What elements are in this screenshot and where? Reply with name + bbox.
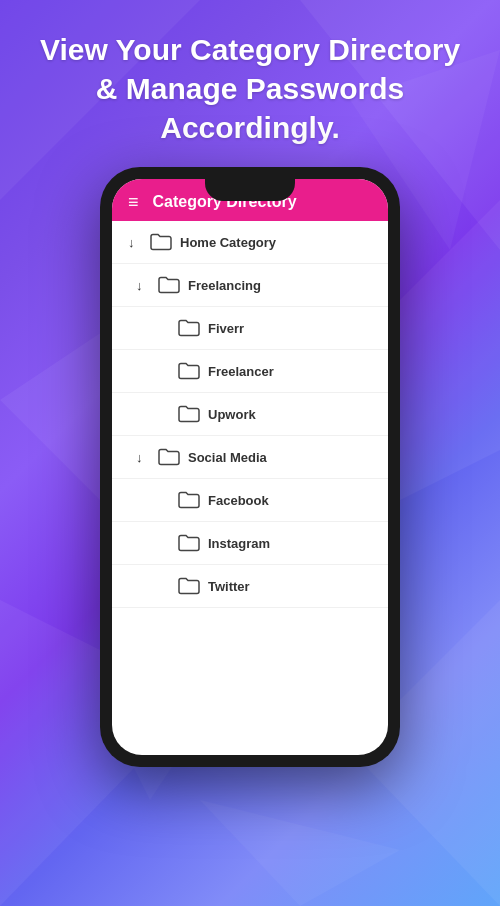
svg-marker-6 (200, 800, 400, 906)
arrow-icon: ↓ (128, 235, 142, 250)
folder-icon (178, 319, 200, 337)
folder-icon (178, 491, 200, 509)
list-item[interactable]: Twitter (112, 565, 388, 608)
folder-icon (178, 405, 200, 423)
item-label: Fiverr (208, 321, 244, 336)
list-item[interactable]: ↓ Home Category (112, 221, 388, 264)
hero-section: View Your Category Directory & Manage Pa… (0, 0, 500, 167)
item-label: Facebook (208, 493, 269, 508)
folder-icon (178, 534, 200, 552)
list-item[interactable]: Fiverr (112, 307, 388, 350)
list-item[interactable]: Upwork (112, 393, 388, 436)
item-label: Instagram (208, 536, 270, 551)
phone-mockup: ≡ Category Directory ↓ Home Category↓ Fr… (100, 167, 400, 767)
item-label: Home Category (180, 235, 276, 250)
list-item[interactable]: Instagram (112, 522, 388, 565)
item-label: Freelancing (188, 278, 261, 293)
list-item[interactable]: ↓ Freelancing (112, 264, 388, 307)
category-list: ↓ Home Category↓ Freelancing Fiverr (112, 221, 388, 755)
arrow-icon: ↓ (136, 278, 150, 293)
list-item[interactable]: Freelancer (112, 350, 388, 393)
list-item[interactable]: Facebook (112, 479, 388, 522)
folder-icon (158, 448, 180, 466)
menu-icon[interactable]: ≡ (128, 193, 139, 211)
list-item[interactable]: ↓ Social Media (112, 436, 388, 479)
item-label: Twitter (208, 579, 250, 594)
folder-icon (178, 362, 200, 380)
folder-icon (158, 276, 180, 294)
item-label: Upwork (208, 407, 256, 422)
phone-screen: ≡ Category Directory ↓ Home Category↓ Fr… (112, 179, 388, 755)
item-label: Social Media (188, 450, 267, 465)
hero-title: View Your Category Directory & Manage Pa… (30, 30, 470, 147)
phone-notch (205, 179, 295, 201)
folder-icon (150, 233, 172, 251)
arrow-icon: ↓ (136, 450, 150, 465)
folder-icon (178, 577, 200, 595)
svg-marker-3 (400, 200, 500, 500)
item-label: Freelancer (208, 364, 274, 379)
